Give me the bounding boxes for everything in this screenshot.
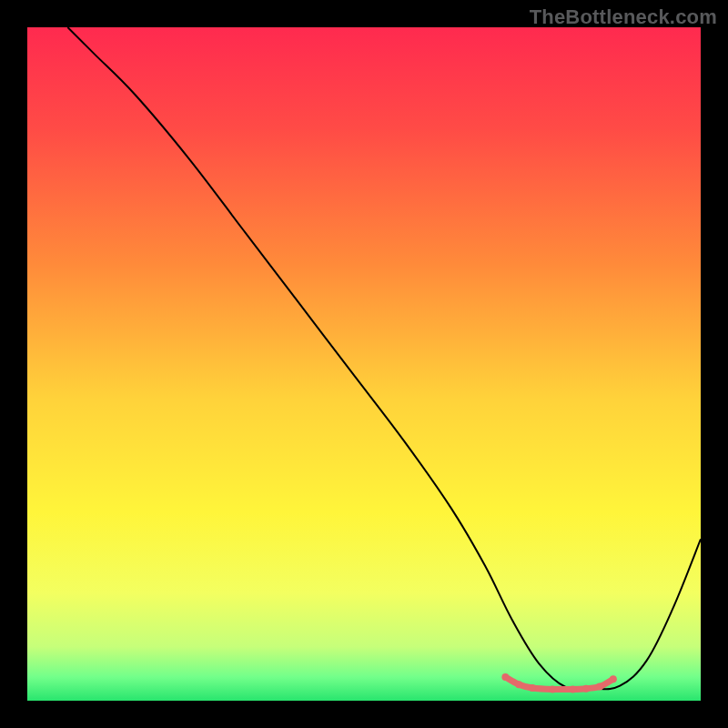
plot-area <box>27 27 701 701</box>
series-optimal-band-marker <box>501 673 509 681</box>
watermark-text: TheBottleneck.com <box>530 5 717 29</box>
gradient-background <box>27 27 701 701</box>
series-optimal-band-marker <box>515 681 522 688</box>
series-optimal-band-marker <box>596 682 603 690</box>
series-optimal-band-marker <box>569 685 576 693</box>
series-optimal-band-marker <box>582 685 590 693</box>
chart-frame: TheBottleneck.com <box>0 0 728 728</box>
series-optimal-band-marker <box>610 675 617 682</box>
series-optimal-band-marker <box>529 684 536 692</box>
chart-svg <box>27 27 701 701</box>
series-optimal-band-marker <box>549 685 556 693</box>
